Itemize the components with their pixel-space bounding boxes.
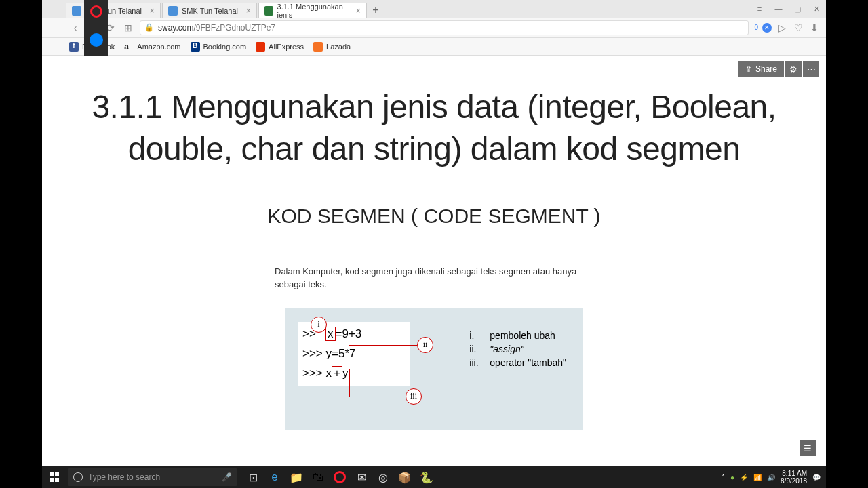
- tab-favicon-icon: [72, 6, 81, 16]
- tab-1[interactable]: SMK Tun Telanai ×: [66, 3, 161, 18]
- close-icon[interactable]: ×: [245, 5, 251, 16]
- close-icon[interactable]: ×: [149, 5, 155, 16]
- label-ii: ii: [417, 337, 433, 353]
- tab-2[interactable]: SMK Tun Telanai ×: [162, 3, 257, 18]
- explorer-icon[interactable]: 📁: [286, 467, 307, 487]
- blocked-count: 0: [754, 24, 758, 31]
- back-button[interactable]: ‹: [69, 22, 81, 34]
- tray-chevron-icon[interactable]: ˄: [722, 474, 725, 481]
- search-placeholder: Type here to search: [88, 472, 216, 482]
- windows-taskbar: Type here to search 🎤 ⊡ e 📁 🛍 ✉ ◎ 📦 🐍 ˄ …: [42, 466, 826, 488]
- svg-rect-1: [55, 472, 59, 476]
- settings-button[interactable]: ⚙: [785, 61, 802, 77]
- lock-icon: 🔒: [144, 23, 154, 32]
- tray-icon[interactable]: ●: [730, 474, 734, 481]
- adblock-icon[interactable]: ✕: [762, 23, 772, 33]
- svg-rect-3: [55, 478, 59, 482]
- tab-3[interactable]: 3.1.1 Menggunakan jenis ×: [258, 3, 367, 18]
- bookmarks-bar: fFacebook aAmazon.com BBooking.com AliEx…: [42, 38, 826, 56]
- task-view-icon[interactable]: ⊡: [243, 467, 263, 487]
- bookmark-aliexpress[interactable]: AliExpress: [256, 42, 304, 52]
- opera-logo-icon: [90, 5, 102, 18]
- share-icon: ⇪: [745, 64, 752, 74]
- share-button[interactable]: ⇪Share: [738, 61, 784, 77]
- python-icon[interactable]: 🐍: [416, 467, 437, 487]
- app-icon[interactable]: ◎: [373, 467, 393, 487]
- taskbar-search[interactable]: Type here to search 🎤: [68, 468, 237, 486]
- bookmark-lazada[interactable]: Lazada: [313, 42, 351, 52]
- close-window-button[interactable]: ✕: [807, 1, 826, 16]
- clock[interactable]: 8:11 AM 8/9/2018: [781, 470, 807, 485]
- app2-icon[interactable]: 📦: [395, 467, 415, 487]
- tab-favicon-icon: [168, 6, 178, 16]
- edge-icon[interactable]: e: [264, 467, 285, 487]
- label-i: i: [311, 317, 327, 333]
- maximize-button[interactable]: ▢: [788, 1, 807, 16]
- accessibility-button[interactable]: ☰: [800, 440, 816, 456]
- new-tab-button[interactable]: +: [368, 3, 383, 18]
- tab-title: SMK Tun Telanai: [182, 7, 238, 15]
- bookmark-booking[interactable]: BBooking.com: [191, 42, 247, 52]
- opera-icon[interactable]: [330, 467, 350, 487]
- windows-icon: [50, 472, 59, 482]
- store-icon[interactable]: 🛍: [308, 467, 328, 487]
- code-diagram: >> x=9+3 >>> y=5*7 >>> x+y i ii iii i.pe…: [285, 308, 583, 430]
- minimize-button[interactable]: —: [769, 1, 788, 16]
- tab-favicon-icon: [264, 6, 273, 16]
- legend: i.pemboleh ubah ii."assign" iii.operator…: [469, 329, 566, 370]
- wifi-icon[interactable]: 📶: [753, 474, 762, 481]
- bookmark-amazon[interactable]: aAmazon.com: [124, 42, 180, 52]
- url-input[interactable]: 🔒 sway.com/9FBFzPGdnoUZTPe7: [140, 20, 749, 35]
- body-text: Dalam Komputer, kod segmen juga dikenali…: [275, 265, 593, 291]
- vpn-icon[interactable]: ▷: [776, 22, 788, 34]
- easy-setup-icon[interactable]: ≡: [750, 1, 769, 16]
- more-button[interactable]: ⋯: [803, 61, 819, 77]
- page-content: ⇪Share ⚙ ⋯ 3.1.1 Menggunakan jenis data …: [42, 56, 826, 466]
- mail-icon[interactable]: ✉: [351, 467, 372, 487]
- bookmark-icon[interactable]: ♡: [792, 22, 804, 34]
- mic-icon[interactable]: 🎤: [222, 472, 232, 482]
- address-bar: ‹ › ⟳ ⊞ 🔒 sway.com/9FBFzPGdnoUZTPe7 0 ✕ …: [42, 18, 826, 38]
- start-page-button[interactable]: ⊞: [122, 22, 134, 34]
- cortana-icon: [73, 472, 83, 482]
- url-text: sway.com/9FBFzPGdnoUZTPe7: [158, 23, 275, 33]
- messenger-icon[interactable]: [90, 33, 103, 47]
- tab-title: 3.1.1 Menggunakan jenis: [277, 3, 352, 19]
- svg-rect-0: [50, 472, 54, 476]
- download-icon[interactable]: ⬇: [808, 22, 821, 34]
- tray-icon[interactable]: ⚡: [740, 474, 748, 481]
- tab-strip: SMK Tun Telanai × SMK Tun Telanai × 3.1.…: [42, 0, 826, 18]
- close-icon[interactable]: ×: [355, 5, 361, 16]
- start-button[interactable]: [42, 466, 66, 488]
- system-tray: ˄ ● ⚡ 📶 🔊 8:11 AM 8/9/2018 💬: [722, 470, 826, 485]
- page-subtitle: KOD SEGMEN ( CODE SEGMENT ): [69, 205, 799, 228]
- notifications-icon[interactable]: 💬: [812, 474, 821, 481]
- label-iii: iii: [406, 388, 422, 405]
- page-title: 3.1.1 Menggunakan jenis data (integer, B…: [69, 86, 799, 171]
- volume-icon[interactable]: 🔊: [767, 474, 775, 481]
- svg-rect-2: [50, 478, 54, 482]
